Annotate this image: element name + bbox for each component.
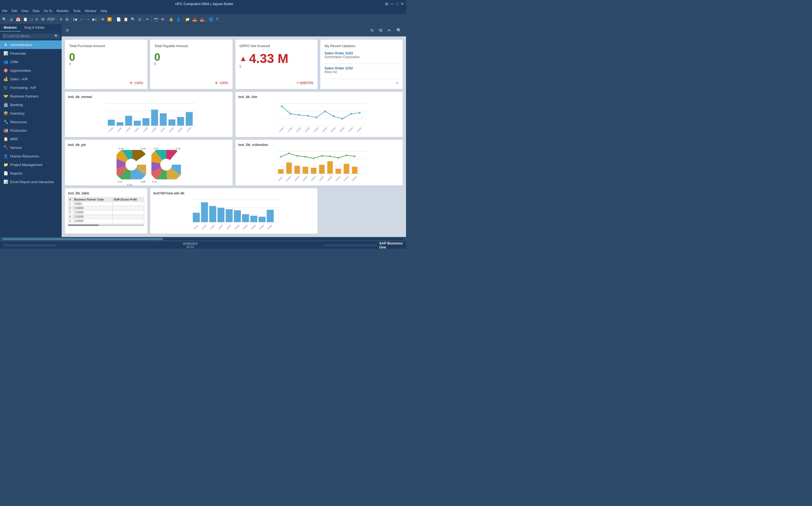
col-num: # <box>68 197 73 201</box>
menu-data[interactable]: Data <box>33 9 40 13</box>
tb-icon-2[interactable]: 🖨 <box>8 17 14 22</box>
tb-mail[interactable]: ✉ <box>160 17 165 22</box>
tb-nav-1[interactable]: |◀ <box>72 17 78 22</box>
svg-point-87 <box>354 156 355 157</box>
menu-edit[interactable]: Edit <box>11 9 17 13</box>
chevron-down-icon[interactable]: ∨ <box>396 81 399 85</box>
tb-nav-3[interactable]: → <box>85 17 91 22</box>
tb-icon-7[interactable]: W <box>40 17 46 22</box>
sidebar-item-project-management[interactable]: 📁 Project Management <box>0 160 62 169</box>
svg-text:C42000: C42000 <box>330 126 336 132</box>
tb-globe[interactable]: 🌐 <box>208 17 214 22</box>
svg-point-31 <box>307 115 309 116</box>
tb-copy[interactable]: 📄 <box>115 17 122 22</box>
tb-icon-4[interactable]: 📋 <box>22 17 29 22</box>
sidebar-item-resources[interactable]: 🔧 Resources <box>0 117 62 126</box>
close-icon[interactable]: ✕ <box>401 2 404 6</box>
recent-link-2[interactable]: Sales Order 1242 <box>325 66 399 70</box>
tab-drag-relate[interactable]: Drag & Relate <box>21 24 48 31</box>
table-scrollbar[interactable] <box>68 224 144 226</box>
recent-link-1[interactable]: Sales Order 1243 <box>325 51 399 55</box>
menu-help[interactable]: Help <box>100 9 107 13</box>
production-icon: 🏭 <box>3 128 8 133</box>
layout-icon[interactable]: ⧉ <box>379 28 382 33</box>
tb-icon-3[interactable]: 📅 <box>15 17 21 22</box>
sidebar-item-service[interactable]: 🔨 Service <box>0 143 62 152</box>
kpi-payable-value: 0 <box>154 51 228 63</box>
sidebar-item-opportunities[interactable]: 🎯 Opportunities <box>0 66 62 75</box>
sidebar-item-crm[interactable]: 👥 CRM <box>0 58 62 66</box>
tb-icon-5[interactable]: □ <box>29 17 33 22</box>
refresh-icon[interactable]: ↻ <box>370 28 374 33</box>
tb-nav-4[interactable]: ▶| <box>91 17 97 22</box>
maximize-icon[interactable]: □ <box>396 2 399 6</box>
menu-file[interactable]: File <box>2 9 7 13</box>
tb-icon-10[interactable]: ⊞ <box>64 17 70 22</box>
svg-rect-111 <box>267 209 274 222</box>
dashboard-actions: ↻ ⧉ ✏ 🔍 <box>370 28 402 33</box>
tb-import[interactable]: 📥 <box>199 17 205 22</box>
svg-text:C30000: C30000 <box>318 176 324 181</box>
tb-camera[interactable]: 📷 <box>153 17 159 22</box>
tb-folder[interactable]: 📁 <box>184 17 191 22</box>
sidebar-item-business-partners[interactable]: 🤝 Business Partners <box>0 92 62 100</box>
grid-icon[interactable]: ⊞ <box>385 2 388 6</box>
recent-updates-title: My Recent Updates <box>325 44 399 48</box>
tb-nav-2[interactable]: ← <box>78 17 84 22</box>
kpi-grpo-currency: $ <box>240 65 314 69</box>
sidebar-item-mrp[interactable]: 📋 MRP <box>0 135 62 143</box>
sidebar-item-hr[interactable]: 👤 Human Resources <box>0 152 62 160</box>
menu-tools[interactable]: Tools <box>73 9 80 13</box>
sidebar-item-banking[interactable]: 🏦 Banking <box>0 100 62 109</box>
tb-icon-9[interactable]: ✛ <box>58 17 64 22</box>
minimize-icon[interactable]: — <box>391 2 394 6</box>
tb-paste[interactable]: 📋 <box>123 17 129 22</box>
menu-view[interactable]: View <box>21 9 28 13</box>
tb-icon-8[interactable]: PDF <box>46 17 56 22</box>
svg-point-34 <box>333 115 334 117</box>
svg-rect-104 <box>209 206 216 222</box>
menu-window[interactable]: Window <box>85 9 96 13</box>
svg-rect-75 <box>336 169 341 174</box>
sidebar-item-financials[interactable]: 📊 Financials <box>0 49 62 58</box>
svg-text:C42000: C42000 <box>250 224 256 230</box>
kpi-payable-currency: $ <box>154 62 228 66</box>
svg-rect-107 <box>234 210 241 222</box>
sidebar-item-reports[interactable]: 📄 Reports <box>0 169 62 177</box>
tb-icon-6[interactable]: ✕ <box>34 17 40 22</box>
tb-search[interactable]: 🔍 <box>130 17 136 22</box>
tb-help[interactable]: ? <box>215 17 219 22</box>
sidebar-search-box[interactable]: ☰ 🔍 <box>2 33 60 39</box>
sidebar-item-purchasing[interactable]: 🛒 Purchasing - A/P <box>0 83 62 92</box>
bottom-scrollbar[interactable] <box>0 237 406 241</box>
chart-line-title: test_db_line <box>239 95 400 99</box>
sidebar-item-sales[interactable]: 💰 Sales - A/R <box>0 75 62 83</box>
svg-point-86 <box>346 155 347 156</box>
sidebar-item-inventory[interactable]: 📦 Inventory <box>0 109 62 117</box>
tb-lock[interactable]: 🔒 <box>168 17 175 22</box>
svg-text:C0001: C0001 <box>278 176 283 181</box>
sidebar-item-production[interactable]: 🏭 Production <box>0 126 62 135</box>
hamburger-icon[interactable]: ≡ <box>66 27 69 33</box>
recent-sub-2: River Inc <box>325 70 399 74</box>
sidebar-item-excel[interactable]: 📊 Excel Report and Interactive <box>0 177 62 186</box>
menu-goto[interactable]: Go To <box>44 9 52 13</box>
edit-dashboard-icon[interactable]: ✏ <box>388 28 391 33</box>
menu-modules[interactable]: Modules <box>57 9 69 13</box>
tab-modules[interactable]: Modules <box>0 24 21 31</box>
horizontal-scrollbar[interactable] <box>2 238 404 240</box>
tb-user[interactable]: 👤 <box>175 17 182 22</box>
bp-icon: 🤝 <box>3 94 8 98</box>
tb-export[interactable]: 📤 <box>191 17 198 22</box>
search-dashboard-icon[interactable]: 🔍 <box>396 28 402 33</box>
chart-normal: test_db_normal <box>65 92 232 137</box>
search-input[interactable] <box>7 34 54 38</box>
tb-edit[interactable]: ✏ <box>145 17 150 22</box>
tb-filter2[interactable]: 🔽 <box>106 17 113 22</box>
tb-icon-1[interactable]: 🔍 <box>1 17 8 22</box>
tb-balance[interactable]: ⚖ <box>137 17 143 22</box>
tb-filter[interactable]: ⚙ <box>100 17 106 22</box>
sidebar-label-opportunities: Opportunities <box>10 69 31 73</box>
svg-rect-7 <box>134 121 141 125</box>
sidebar-item-administration[interactable]: ⚙ Administration <box>0 40 62 49</box>
